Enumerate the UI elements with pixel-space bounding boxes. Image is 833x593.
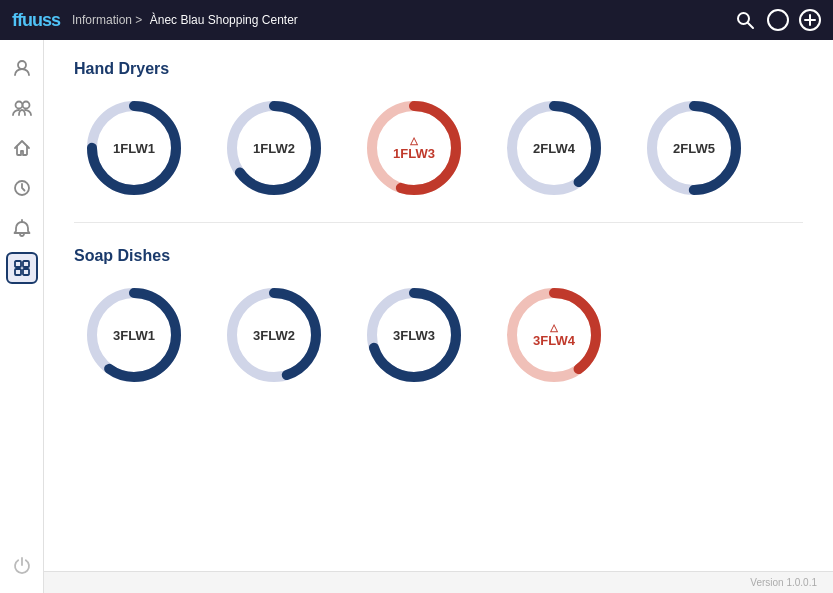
gauge-item-2FLW5[interactable]: 2FLW5 xyxy=(634,98,754,198)
gauge-label-1FLW2: 1FLW2 xyxy=(253,141,295,156)
gauge-ring-2FLW5: 2FLW5 xyxy=(644,98,744,198)
footer-bar: Version 1.0.0.1 xyxy=(44,571,833,593)
user-icon xyxy=(13,59,31,77)
gauge-ring-3FLW3: 3FLW3 xyxy=(364,285,464,385)
grid-icon xyxy=(13,259,31,277)
add-button[interactable] xyxy=(799,9,821,31)
section-title-hand-dryers: Hand Dryers xyxy=(74,60,803,78)
gauge-item-3FLW3[interactable]: 3FLW3 xyxy=(354,285,474,385)
main-content: Hand Dryers1FLW11FLW2△1FLW32FLW42FLW5Soa… xyxy=(44,40,833,571)
gauge-item-1FLW3[interactable]: △1FLW3 xyxy=(354,98,474,198)
svg-line-1 xyxy=(748,23,753,28)
gauge-item-3FLW1[interactable]: 3FLW1 xyxy=(74,285,194,385)
svg-point-4 xyxy=(18,61,26,69)
gauge-item-3FLW4[interactable]: △3FLW4 xyxy=(494,285,614,385)
gauge-item-1FLW1[interactable]: 1FLW1 xyxy=(74,98,194,198)
svg-rect-10 xyxy=(15,269,21,275)
sidebar-bottom-power[interactable] xyxy=(6,549,38,581)
alarm-icon xyxy=(13,219,31,237)
history-icon xyxy=(13,179,31,197)
home-icon xyxy=(13,139,31,157)
section-soap-dishes: Soap Dishes3FLW13FLW23FLW3△3FLW4 xyxy=(74,247,803,409)
gauge-ring-1FLW2: 1FLW2 xyxy=(224,98,324,198)
version-text: Version 1.0.0.1 xyxy=(750,577,817,588)
alert-icon-1FLW3: △ xyxy=(393,135,435,146)
circle-button[interactable] xyxy=(767,9,789,31)
sidebar-item-alarm[interactable] xyxy=(6,212,38,244)
logo: ffuuss xyxy=(12,10,60,31)
sidebar-item-history[interactable] xyxy=(6,172,38,204)
logo-text: ffuuss xyxy=(12,10,60,30)
gauge-label-3FLW1: 3FLW1 xyxy=(113,328,155,343)
svg-rect-8 xyxy=(15,261,21,267)
gauge-ring-1FLW1: 1FLW1 xyxy=(84,98,184,198)
gauge-label-1FLW1: 1FLW1 xyxy=(113,141,155,156)
sidebar-item-home[interactable] xyxy=(6,132,38,164)
power-icon xyxy=(13,556,31,574)
svg-point-5 xyxy=(15,102,22,109)
alert-icon-3FLW4: △ xyxy=(533,322,575,333)
sidebar-item-user[interactable] xyxy=(6,52,38,84)
search-icon xyxy=(735,10,755,30)
gauge-label-1FLW3: △1FLW3 xyxy=(393,135,435,161)
svg-rect-11 xyxy=(23,269,29,275)
svg-point-6 xyxy=(22,102,29,109)
gauge-item-3FLW2[interactable]: 3FLW2 xyxy=(214,285,334,385)
gauge-ring-1FLW3: △1FLW3 xyxy=(364,98,464,198)
gauge-ring-3FLW2: 3FLW2 xyxy=(224,285,324,385)
header-icons xyxy=(733,8,821,32)
breadcrumb-location: Ànec Blau Shopping Center xyxy=(150,13,298,27)
section-hand-dryers: Hand Dryers1FLW11FLW2△1FLW32FLW42FLW5 xyxy=(74,60,803,223)
gauges-row-soap-dishes: 3FLW13FLW23FLW3△3FLW4 xyxy=(74,285,803,385)
header-left: ffuuss Information > Ànec Blau Shopping … xyxy=(12,10,298,31)
breadcrumb: Information > Ànec Blau Shopping Center xyxy=(72,13,298,27)
gauge-item-2FLW4[interactable]: 2FLW4 xyxy=(494,98,614,198)
gauge-label-3FLW2: 3FLW2 xyxy=(253,328,295,343)
breadcrumb-info[interactable]: Information > xyxy=(72,13,142,27)
search-button[interactable] xyxy=(733,8,757,32)
gauge-ring-3FLW4: △3FLW4 xyxy=(504,285,604,385)
gauge-ring-2FLW4: 2FLW4 xyxy=(504,98,604,198)
sidebar-item-group[interactable] xyxy=(6,92,38,124)
gauge-label-3FLW4: △3FLW4 xyxy=(533,322,575,348)
header: ffuuss Information > Ànec Blau Shopping … xyxy=(0,0,833,40)
gauges-row-hand-dryers: 1FLW11FLW2△1FLW32FLW42FLW5 xyxy=(74,98,803,198)
gauge-ring-3FLW1: 3FLW1 xyxy=(84,285,184,385)
gauge-label-3FLW3: 3FLW3 xyxy=(393,328,435,343)
main-layout: Hand Dryers1FLW11FLW2△1FLW32FLW42FLW5Soa… xyxy=(0,40,833,593)
sidebar-item-grid[interactable] xyxy=(6,252,38,284)
gauge-label-2FLW5: 2FLW5 xyxy=(673,141,715,156)
svg-rect-9 xyxy=(23,261,29,267)
section-title-soap-dishes: Soap Dishes xyxy=(74,247,803,265)
group-icon xyxy=(12,99,32,117)
add-icon xyxy=(803,13,817,27)
gauge-label-2FLW4: 2FLW4 xyxy=(533,141,575,156)
sidebar xyxy=(0,40,44,593)
gauge-item-1FLW2[interactable]: 1FLW2 xyxy=(214,98,334,198)
